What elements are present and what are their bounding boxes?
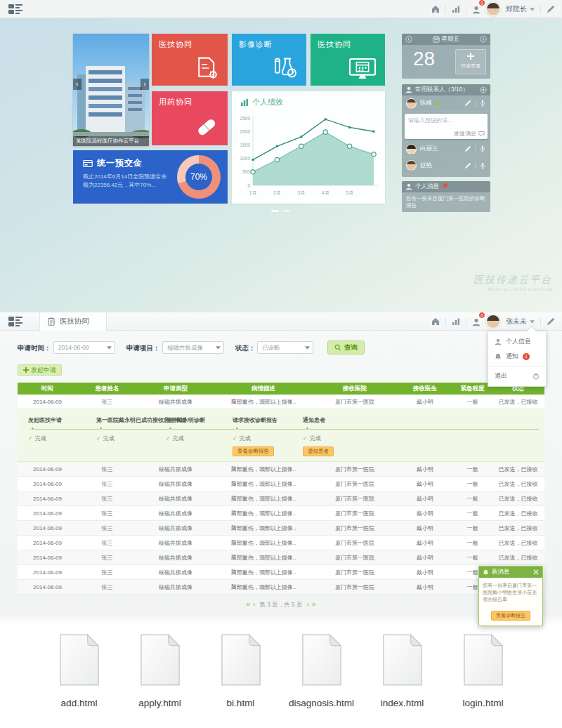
- pencil-icon[interactable]: [547, 5, 555, 13]
- step-dot: [99, 427, 103, 430]
- table-cell: 张三: [77, 395, 137, 409]
- file-item[interactable]: login.html: [443, 625, 523, 728]
- dot-active[interactable]: [271, 210, 279, 212]
- quick-view-button[interactable]: 快速查看: [455, 49, 486, 74]
- carousel[interactable]: ‹ › 某医院远程医疗协作云平台: [73, 34, 149, 146]
- avatar: [406, 160, 417, 171]
- contact-row[interactable]: 陈峰: [402, 95, 490, 112]
- mic-icon[interactable]: [479, 100, 486, 107]
- prepay-donut-chart: 70%: [177, 155, 221, 199]
- table-row[interactable]: 2014-06-09张三核磁共振成像脑部重伤，颈部以上摄像..厦门市第一医院戴小…: [18, 491, 544, 506]
- column-header: 病情描述: [214, 383, 313, 395]
- edit-icon[interactable]: [464, 145, 471, 152]
- prepay-banner[interactable]: 统一预交金 截止2014年6月14日全院预缴金余额为22356.42元，其中70…: [73, 150, 228, 204]
- person-icon: [405, 183, 412, 190]
- table-row[interactable]: 2014-06-09张三核磁共振成像脑部重伤，颈部以上摄像..厦门市第一医院戴小…: [18, 477, 544, 491]
- gear-icon[interactable]: [480, 86, 487, 93]
- table-row[interactable]: 2014-06-09张三核磁共振成像脑部重伤，颈部以上摄像..厦门市第一医院戴小…: [18, 536, 544, 550]
- close-icon[interactable]: [533, 569, 539, 575]
- avatar[interactable]: [486, 2, 500, 16]
- tile-imaging-diagnosis[interactable]: 影像诊断: [232, 34, 306, 86]
- filter-project-select[interactable]: 核磁共振成像: [162, 341, 224, 354]
- step-action-button[interactable]: 查看诊断报告: [233, 446, 274, 456]
- stats-icon[interactable]: [452, 317, 460, 326]
- file-item[interactable]: bi.html: [200, 625, 281, 728]
- contact-name: 白丽兰: [420, 145, 438, 153]
- table-row[interactable]: 2014-06-09张三核磁共振成像脑部重伤，颈部以上摄像..厦门市第一医院戴小…: [18, 580, 544, 595]
- file-item[interactable]: apply.html: [119, 625, 200, 728]
- page-root: 0 郑院长: [0, 0, 562, 728]
- step-action-button[interactable]: 通知患者: [303, 446, 334, 456]
- table-row[interactable]: 2014-06-09张三核磁共振成像脑部重伤，颈部以上摄像..厦门市第一医院戴小…: [18, 550, 544, 565]
- tab-medtech-collab[interactable]: 医技协同: [39, 312, 107, 331]
- contact-name: 陈峰: [420, 99, 432, 107]
- user-menu[interactable]: 张未未: [506, 317, 535, 326]
- step-status: ✓完成: [303, 435, 321, 442]
- table-cell: 戴小明: [397, 536, 453, 550]
- last-page-icon[interactable]: »: [311, 600, 318, 608]
- next-page-icon[interactable]: ›: [306, 600, 311, 608]
- prev-page-icon[interactable]: ‹: [251, 600, 256, 608]
- table-cell: 脑部重伤，颈部以上摄像..: [214, 506, 313, 520]
- contact-row[interactable]: 白丽兰: [402, 141, 490, 157]
- avatar[interactable]: [486, 315, 500, 329]
- table-row[interactable]: 2014-06-09张三核磁共振成像脑部重伤，颈部以上摄像..厦门市第一医院戴小…: [18, 565, 544, 580]
- search-button[interactable]: 查询: [327, 340, 365, 355]
- home-icon[interactable]: [431, 317, 440, 326]
- view-report-button[interactable]: 查看诊断报告: [491, 611, 530, 621]
- edit-icon[interactable]: [464, 162, 471, 169]
- step-dot: [306, 427, 309, 430]
- table-row[interactable]: 2014-06-09张三核磁共振成像脑部重伤，颈部以上摄像..厦门市第一医院戴小…: [18, 521, 544, 536]
- user-messages-icon[interactable]: [472, 318, 481, 326]
- file-item[interactable]: index.html: [362, 625, 443, 728]
- new-request-button[interactable]: 发起申请: [18, 364, 62, 376]
- calendar-prev-icon[interactable]: [405, 36, 412, 43]
- chevron-down-icon: [107, 346, 112, 350]
- table-row[interactable]: 2014-06-09张三核磁共振成像脑部重伤，颈部以上摄像..厦门市第一医院戴小…: [18, 462, 544, 477]
- table-row[interactable]: 2014-06-09张三核磁共振成像脑部重伤，颈部以上摄像..厦门市第一医院戴小…: [18, 395, 544, 409]
- user-messages-icon[interactable]: [472, 6, 481, 14]
- user-menu[interactable]: 郑院长: [506, 4, 535, 14]
- menu-item-logout[interactable]: 退出: [488, 369, 546, 383]
- app-logo-icon[interactable]: [8, 4, 22, 15]
- calendar-next-icon[interactable]: [480, 36, 487, 43]
- file-item[interactable]: add.html: [39, 625, 119, 728]
- stats-icon[interactable]: [452, 5, 460, 13]
- svg-text:4月: 4月: [322, 190, 329, 196]
- mic-icon[interactable]: [479, 145, 486, 152]
- send-message-button[interactable]: 发送消息: [454, 130, 485, 138]
- filter-status-select[interactable]: 已诊断: [257, 341, 313, 354]
- home-icon[interactable]: [431, 5, 440, 13]
- personal-messages-widget[interactable]: 个人消息 您有一份来自厦门第一医院的诊断报告: [402, 181, 490, 212]
- check-icon: ✓: [303, 435, 308, 442]
- filter-project-label: 申请项目：: [126, 344, 160, 353]
- messages-icon-wrap[interactable]: 0: [472, 315, 481, 328]
- table-row[interactable]: 2014-06-09张三核磁共振成像脑部重伤，颈部以上摄像..厦门市第一医院戴小…: [18, 506, 544, 521]
- menu-item-notifications[interactable]: 通知 1: [488, 349, 546, 364]
- edit-icon[interactable]: [464, 100, 471, 107]
- table-cell: 核磁共振成像: [137, 536, 214, 550]
- page-indicator: 第 3 页，共 5 页: [259, 601, 302, 608]
- first-page-icon[interactable]: «: [244, 600, 251, 608]
- filter-time-label: 申请时间：: [18, 344, 51, 353]
- message-input[interactable]: 请输入想说的话... 发送消息: [405, 114, 488, 139]
- tile-medtech-collab-2[interactable]: 医技协同: [311, 34, 385, 86]
- carousel-prev-button[interactable]: ‹: [73, 79, 81, 90]
- table-cell: 厦门市第一医院: [313, 521, 397, 535]
- prepay-desc: 截止2014年6月14日全院预缴金余额为22356.42元，其中70%...: [83, 173, 169, 190]
- contact-row[interactable]: 赵艳: [402, 157, 490, 173]
- table-cell: 2014-06-09: [18, 506, 77, 520]
- carousel-next-button[interactable]: ›: [140, 79, 149, 90]
- menu-item-profile[interactable]: 个人信息: [488, 334, 546, 349]
- app-logo-icon[interactable]: [8, 316, 22, 327]
- messages-icon-wrap[interactable]: 0: [472, 3, 481, 15]
- user-dropdown-menu: 个人信息 通知 1 退出: [488, 331, 547, 387]
- file-icon: [463, 633, 504, 687]
- pencil-icon[interactable]: [547, 317, 555, 326]
- filter-time-select[interactable]: 2014-06-09: [53, 341, 115, 354]
- tile-medication-collab[interactable]: 用药协同: [152, 91, 228, 145]
- file-item[interactable]: disagnosis.html: [281, 625, 362, 728]
- mic-icon[interactable]: [479, 162, 486, 169]
- dot[interactable]: [282, 210, 290, 212]
- tile-medtech-collab[interactable]: 医技协同: [152, 34, 228, 86]
